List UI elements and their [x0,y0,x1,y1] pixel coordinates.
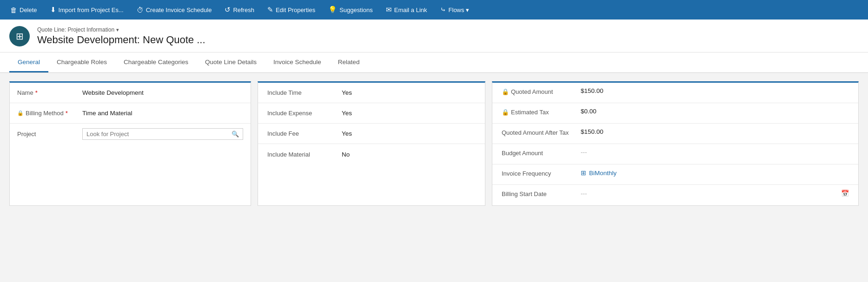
avatar-icon: ⊞ [16,31,24,42]
suggestions-button[interactable]: 💡 Suggestions [322,0,379,20]
suggestions-icon: 💡 [328,6,337,14]
edit-properties-button[interactable]: ✎ Edit Properties [261,0,322,20]
budget-amount-row: Budget Amount --- [492,144,858,164]
billing-method-label: 🔒 Billing Method * [17,110,82,117]
project-label: Project [17,131,82,138]
name-field-row: Name * Website Development [10,83,251,103]
include-time-row: Include Time Yes [258,83,485,103]
tab-related[interactable]: Related [330,52,368,72]
include-fee-value: Yes [342,130,352,137]
lock-icon: 🔒 [17,110,24,116]
email-link-button[interactable]: ✉ Email a Link [379,0,434,20]
breadcrumb-chevron-icon: ▾ [116,27,119,33]
include-expense-label: Include Expense [267,110,342,117]
include-time-label: Include Time [267,89,342,96]
mid-panel: Include Time Yes Include Expense Yes Inc… [258,81,485,206]
include-material-value: No [342,151,350,158]
budget-amount-value: --- [581,149,849,156]
project-field-row: Project 🔍 [10,124,251,144]
invoice-frequency-label: Invoice Frequency [502,169,581,177]
lock-icon-et: 🔒 [502,109,509,116]
create-invoice-icon: ⏱ [137,6,144,14]
delete-icon: 🗑 [10,6,17,14]
name-required: * [35,89,38,96]
email-icon: ✉ [386,6,392,14]
flows-button[interactable]: ⤷ Flows ▾ [434,0,476,20]
quoted-amount-label: 🔒 Quoted Amount [502,87,581,95]
include-expense-value: Yes [342,110,352,117]
name-label: Name * [17,89,82,96]
include-fee-row: Include Fee Yes [258,124,485,144]
title-area: Quote Line: Project Information ▾ Websit… [37,26,205,46]
search-icon: 🔍 [232,131,239,138]
create-invoice-button[interactable]: ⏱ Create Invoice Schedule [130,0,219,20]
quoted-amount-after-tax-label: Quoted Amount After Tax [502,128,581,136]
import-icon: ⬇ [50,6,56,14]
budget-amount-label: Budget Amount [502,149,581,157]
page-header: ⊞ Quote Line: Project Information ▾ Webs… [0,20,868,52]
include-expense-row: Include Expense Yes [258,103,485,124]
tab-general[interactable]: General [9,52,48,72]
calendar-icon[interactable]: 📅 [841,190,849,197]
estimated-tax-row: 🔒 Estimated Tax $0.00 [492,103,858,124]
billing-start-date-text: --- [581,190,587,197]
refresh-icon: ↺ [225,6,231,14]
include-time-value: Yes [342,89,352,96]
invoice-frequency-link[interactable]: BiMonthly [589,170,616,177]
content-area: Name * Website Development 🔒 Billing Met… [0,73,868,214]
flows-icon: ⤷ [440,6,446,14]
top-bar: 🗑 Delete ⬇ Import from Project Es... ⏱ C… [0,0,868,20]
billing-method-field-row: 🔒 Billing Method * Time and Material [10,103,251,124]
include-material-label: Include Material [267,151,342,158]
lock-icon-qa: 🔒 [502,88,509,95]
import-button[interactable]: ⬇ Import from Project Es... [44,0,130,20]
tab-chargeable-roles[interactable]: Chargeable Roles [48,52,115,72]
delete-button[interactable]: 🗑 Delete [4,0,44,20]
tab-quote-line-details[interactable]: Quote Line Details [197,52,265,72]
quoted-amount-after-tax-value: $150.00 [581,128,849,135]
billing-required: * [66,110,68,117]
include-material-row: Include Material No [258,144,485,164]
name-value: Website Development [82,89,243,96]
quoted-amount-row: 🔒 Quoted Amount $150.00 [492,83,858,103]
avatar: ⊞ [9,26,30,46]
invoice-frequency-row: Invoice Frequency ⊞ BiMonthly [492,164,858,185]
billing-method-value: Time and Material [82,110,243,117]
billing-start-date-row: Billing Start Date --- 📅 [492,185,858,205]
left-panel: Name * Website Development 🔒 Billing Met… [9,81,251,206]
quoted-amount-after-tax-row: Quoted Amount After Tax $150.00 [492,124,858,144]
refresh-button[interactable]: ↺ Refresh [218,0,261,20]
tabs-bar: General Chargeable Roles Chargeable Cate… [0,52,868,73]
tab-invoice-schedule[interactable]: Invoice Schedule [265,52,330,72]
breadcrumb[interactable]: Quote Line: Project Information ▾ [37,26,205,33]
quoted-amount-value: $150.00 [581,87,849,94]
edit-properties-icon: ✎ [267,6,273,14]
right-panel: 🔒 Quoted Amount $150.00 🔒 Estimated Tax … [492,81,859,206]
billing-start-date-label: Billing Start Date [502,190,581,197]
estimated-tax-label: 🔒 Estimated Tax [502,108,581,116]
search-input[interactable] [86,131,232,138]
invoice-frequency-value: ⊞ BiMonthly [581,169,849,177]
include-fee-label: Include Fee [267,130,342,137]
grid-icon: ⊞ [581,169,586,177]
project-search-field[interactable]: 🔍 [82,128,243,140]
tab-chargeable-categories[interactable]: Chargeable Categories [115,52,197,72]
billing-start-date-value: --- 📅 [581,190,849,197]
page-title: Website Development: New Quote ... [37,34,205,46]
estimated-tax-value: $0.00 [581,108,849,115]
